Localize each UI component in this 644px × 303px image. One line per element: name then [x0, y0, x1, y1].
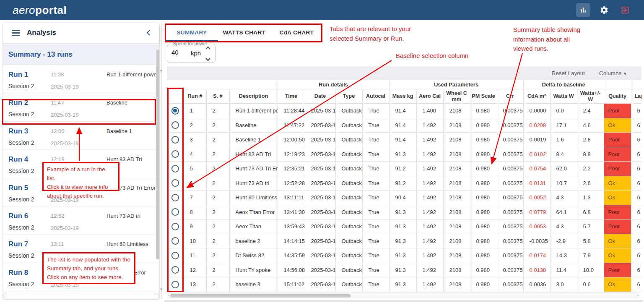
tab-cda-chart[interactable]: CdA CHART: [270, 24, 323, 41]
run-list-item[interactable]: Run 8 13:41 Aeox Titan Error Session 2 2…: [3, 263, 159, 291]
cell-aero-cal: 1.492: [416, 219, 443, 234]
run-session: Session 2: [8, 111, 34, 118]
column-header-wheel-c[interactable]: Wheel C mm: [443, 89, 470, 104]
column-header-quality[interactable]: Quality: [604, 89, 631, 104]
run-list-item[interactable]: Run 6 12:52 Hunt 73 AD tri Session 2 202…: [3, 206, 159, 235]
baseline-radio[interactable]: [171, 165, 179, 172]
chevron-down-icon[interactable]: [205, 57, 211, 61]
cell-watts: 10.7: [550, 176, 577, 191]
cell-laps: 6: [631, 205, 641, 219]
column-header-session[interactable]: S. #: [206, 89, 229, 104]
cell-watts: 4.3: [550, 191, 577, 205]
run-list-item[interactable]: Run 4 12:19 Hunt 83 AD Tri Session 2 202…: [3, 150, 159, 178]
chevron-left-icon: [145, 29, 152, 37]
cell-crr: 0.00375: [497, 219, 523, 234]
cell-watts-pm: 10.0: [577, 263, 604, 277]
summary-list-item[interactable]: Summary - 13 runs: [3, 45, 159, 65]
cell-pm-scale: 0.980: [470, 147, 497, 162]
column-header-run[interactable]: Run #: [184, 89, 206, 104]
baseline-radio[interactable]: [171, 281, 179, 288]
cell-crr: 0.00375: [497, 248, 523, 263]
page-horizontal-scrollbar[interactable]: [164, 300, 643, 302]
cell-cda: 0.0208: [523, 118, 550, 133]
scroll-down-arrow-icon[interactable]: ▼: [159, 287, 163, 291]
table-row: 1 2 Run 1 different power 11:28:44 2025-…: [167, 104, 641, 118]
column-header-type[interactable]: Type: [335, 89, 362, 104]
cell-mass: 91.3: [389, 219, 416, 234]
run-date: 2025-03-19: [51, 112, 79, 118]
scroll-left-arrow-icon[interactable]: ‹: [168, 293, 169, 298]
baseline-radio[interactable]: [171, 136, 179, 144]
table-row: 2 2 Baseline 11:47:22 2025-03-19 Outback…: [167, 118, 641, 133]
cell-run: 2: [184, 118, 206, 133]
settings-button[interactable]: [597, 3, 611, 17]
table-horizontal-scrollbar[interactable]: ‹ ›: [167, 293, 639, 298]
column-header-crr[interactable]: Crr: [497, 89, 523, 104]
cell-cda: 0.0138: [523, 263, 550, 277]
cell-watts: 14.3: [550, 248, 577, 263]
column-header-autocal[interactable]: Autocal: [362, 89, 389, 104]
annotation-tabs-note: Tabs that are relevant to your selected …: [330, 24, 411, 43]
chevron-up-icon[interactable]: [205, 46, 211, 50]
baseline-radio[interactable]: [171, 223, 179, 230]
cell-description: Hunt 60 Limitless: [229, 191, 278, 205]
cell-session: 2: [206, 104, 229, 118]
run-list-item[interactable]: Run 1 11:28 Run 1 different power Sessio…: [3, 65, 159, 93]
cell-laps: 6: [631, 176, 641, 191]
column-header-mass[interactable]: Mass kg: [389, 89, 416, 104]
sidebar-horizontal-scrollbar[interactable]: [3, 293, 159, 298]
column-header-watts-pm[interactable]: Watts+/- W: [577, 89, 604, 104]
run-list: Summary - 13 runs Run 1 11:28 Run 1 diff…: [3, 45, 159, 292]
baseline-radio[interactable]: [171, 107, 179, 115]
baseline-radio[interactable]: [171, 237, 179, 245]
column-header-baseline: [167, 89, 184, 104]
tab-summary[interactable]: SUMMARY: [166, 24, 218, 41]
cell-cda: 0.0174: [523, 248, 550, 263]
analysis-chart-button[interactable]: [576, 3, 590, 17]
cell-session: 2: [206, 277, 229, 292]
columns-menu-button[interactable]: Columns ▼: [599, 70, 627, 76]
cell-type: Outback: [335, 118, 362, 133]
baseline-radio[interactable]: [171, 208, 179, 216]
table-scrollbar-thumb[interactable]: [170, 294, 351, 298]
column-header-pm-scale[interactable]: PM Scale: [470, 89, 497, 104]
baseline-radio[interactable]: [171, 179, 179, 187]
menu-button[interactable]: [12, 30, 20, 37]
baseline-radio[interactable]: [171, 194, 179, 201]
cell-pm-scale: 0.980: [470, 277, 497, 292]
baseline-radio[interactable]: [171, 121, 179, 129]
run-list-item[interactable]: Run 7 13:11 Hunt 60 Limitless Session 2 …: [3, 235, 159, 263]
sidebar-header: Analysis: [3, 23, 159, 43]
run-session: Session 2: [8, 83, 34, 89]
cell-time: 12:52:28: [278, 176, 305, 191]
baseline-radio[interactable]: [171, 150, 179, 158]
cell-wheel-c: 2108: [443, 118, 470, 133]
baseline-radio[interactable]: [171, 252, 179, 259]
collapse-sidebar-button[interactable]: [145, 29, 152, 39]
column-header-description[interactable]: Description: [229, 89, 278, 104]
column-header-time[interactable]: Time: [278, 89, 305, 104]
column-header-date[interactable]: Date: [305, 89, 335, 104]
scroll-up-arrow-icon[interactable]: ▲: [159, 68, 163, 72]
cell-description: Hunt 73 AD Tri Error: [229, 162, 278, 176]
cell-autocal: True: [362, 104, 389, 118]
scroll-right-arrow-icon[interactable]: ›: [637, 293, 639, 298]
run-name: Run 5: [8, 184, 28, 192]
tab-watts-chart[interactable]: WATTS CHART: [218, 24, 270, 41]
column-header-cda[interactable]: CdA m²: [523, 89, 550, 104]
column-header-aero-cal[interactable]: Aero Cal: [416, 89, 443, 104]
speed-input[interactable]: [171, 49, 187, 56]
run-list-item[interactable]: Run 5 12:35 Hunt 73 AD Tri Error Session…: [3, 178, 159, 206]
cell-crr: 0.00375: [497, 176, 523, 191]
reset-layout-button[interactable]: Reset Layout: [551, 70, 585, 76]
logout-button[interactable]: [618, 3, 632, 17]
baseline-radio[interactable]: [171, 266, 179, 274]
run-list-item[interactable]: Run 3 12:00 Baseline 1 Session 2 2025-03…: [3, 122, 159, 150]
column-header-laps[interactable]: Laps: [631, 89, 641, 104]
cell-quality: Poor: [604, 219, 631, 234]
sidebar-vertical-scrollbar[interactable]: [156, 50, 159, 259]
cell-run: 8: [184, 205, 206, 219]
column-header-watts[interactable]: Watts W: [550, 89, 577, 104]
run-list-item[interactable]: Run 2 11:47 Baseline Session 2 2025-03-1…: [3, 93, 159, 121]
cell-session: 2: [206, 162, 229, 176]
